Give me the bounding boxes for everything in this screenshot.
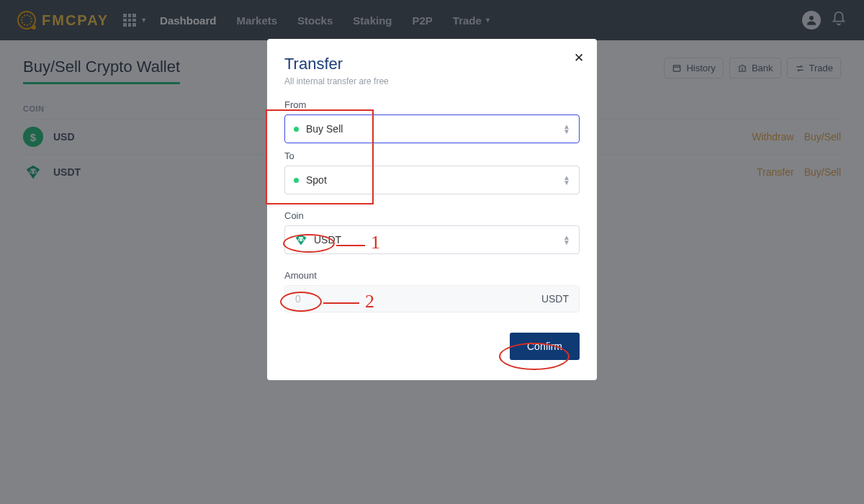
status-dot-icon [294, 127, 299, 132]
status-dot-icon [294, 178, 299, 183]
close-icon[interactable]: ✕ [574, 50, 584, 66]
tether-icon [294, 233, 308, 246]
to-value: Spot [306, 174, 327, 186]
from-value: Buy Sell [306, 123, 343, 135]
amount-label: Amount [284, 270, 580, 281]
select-arrows-icon: ▲▼ [563, 124, 570, 134]
to-select[interactable]: Spot ▲▼ [284, 166, 580, 194]
amount-input[interactable] [295, 293, 541, 305]
coin-value: USDT [314, 234, 341, 246]
amount-field-wrapper: USDT [284, 285, 580, 312]
modal-title: Transfer [284, 55, 580, 73]
select-arrows-icon: ▲▼ [563, 175, 570, 185]
confirm-button[interactable]: Confirm [510, 333, 580, 360]
amount-unit: USDT [541, 293, 569, 305]
select-arrows-icon: ▲▼ [563, 235, 570, 245]
from-label: From [284, 99, 580, 110]
from-select[interactable]: Buy Sell ▲▼ [284, 114, 580, 143]
modal-overlay[interactable]: ✕ Transfer All internal transfer are fre… [0, 0, 864, 504]
modal-subtitle: All internal transfer are free [284, 76, 580, 86]
to-label: To [284, 150, 580, 161]
coin-select[interactable]: USDT ▲▼ [284, 225, 580, 254]
coin-label: Coin [284, 210, 580, 221]
transfer-modal: ✕ Transfer All internal transfer are fre… [267, 39, 597, 380]
